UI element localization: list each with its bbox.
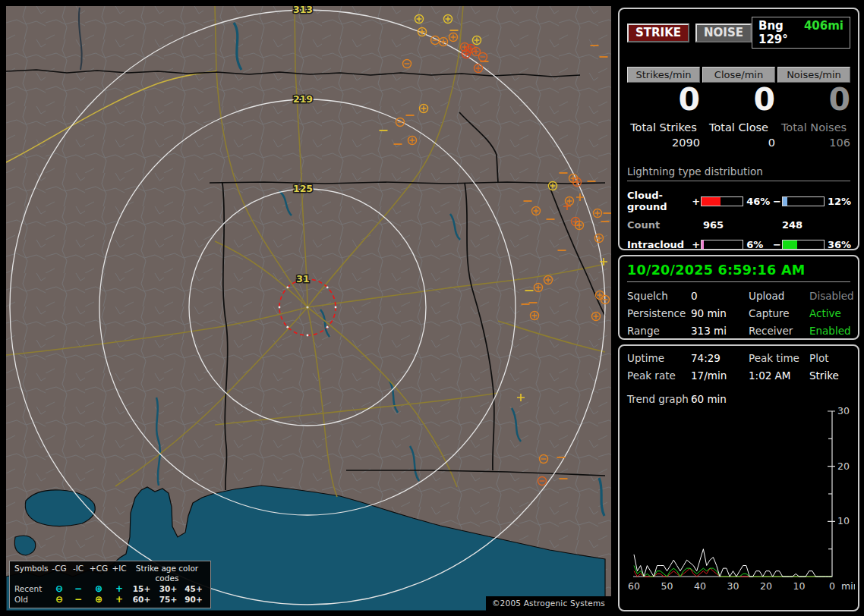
noise-button[interactable]: NOISE	[695, 24, 752, 42]
close-per-min-button[interactable]: Close/min	[702, 67, 775, 83]
peak-time-label: Peak time	[749, 352, 809, 364]
legend-header-symbols: Symbols	[14, 564, 49, 583]
noises-per-min-column: Noises/min 0 Total Noises 106	[777, 67, 850, 149]
cg-plus-count: 965	[703, 219, 782, 231]
peak-time-value: 1:02 AM	[749, 369, 809, 382]
cg-plus-bar	[701, 196, 743, 206]
circle-minus-icon: ⊖	[49, 584, 69, 594]
lightning-map[interactable]: 31321912531 Symbols -CG -IC +CG +IC Stri…	[6, 6, 611, 611]
strike-button[interactable]: STRIKE	[627, 24, 689, 42]
close-per-min-column: Close/min 0 Total Close 0	[702, 67, 775, 149]
age-code-45: 45+	[181, 584, 206, 594]
strikes-per-min-value: 0	[627, 83, 700, 116]
datetime-readout: 10/20/2025 6:59:16 AM	[627, 262, 850, 278]
uptime-value: 74:29	[691, 352, 749, 364]
plus-sign: +	[692, 239, 701, 250]
age-code-30: 30+	[155, 584, 181, 594]
svg-text:219: 219	[293, 93, 313, 105]
total-strikes-label: Total Strikes	[627, 121, 700, 134]
receiver-label: Receiver	[749, 325, 809, 337]
total-close-label: Total Close	[702, 121, 775, 134]
persistence-value: 90 min	[691, 307, 749, 319]
app-window: { "header": { "strike_label": "STRIKE", …	[0, 0, 864, 616]
legend-header-age: Strike age color codes	[128, 564, 206, 583]
divider	[627, 281, 850, 282]
total-noises-label: Total Noises	[777, 121, 850, 134]
cloud-ground-row: Cloud-ground + 46% − 12%	[627, 190, 850, 212]
strikes-per-min-button[interactable]: Strikes/min	[627, 67, 700, 83]
svg-text:10: 10	[793, 580, 806, 592]
ic-minus-percent: 36%	[828, 239, 850, 250]
capture-status: Active	[809, 307, 854, 319]
plus-sign: +	[692, 196, 701, 207]
persistence-label: Persistence	[627, 307, 691, 319]
upload-label: Upload	[749, 290, 809, 302]
plus-icon: +	[110, 584, 128, 594]
cg-minus-percent: 12%	[828, 196, 850, 207]
map-canvas: 31321912531	[6, 6, 611, 611]
bearing-distance: 406mi	[804, 19, 844, 46]
age-code-15: 15+	[128, 584, 155, 594]
plot-value: Strike	[809, 369, 850, 382]
total-close-value: 0	[702, 137, 775, 149]
minus-icon: −	[69, 584, 87, 594]
circle-plus-icon: ⊕	[87, 595, 110, 605]
stats-panel: STRIKE NOISE Bng 129° 406mi Strikes/min …	[618, 8, 859, 250]
circle-plus-icon: ⊕	[87, 584, 110, 594]
bearing-label: Bng 129°	[758, 19, 792, 46]
svg-text:10: 10	[837, 515, 850, 526]
capture-label: Capture	[749, 307, 809, 319]
noises-per-min-value: 0	[777, 83, 850, 116]
svg-text:60: 60	[628, 580, 640, 592]
squelch-label: Squelch	[627, 290, 691, 302]
strikes-per-min-column: Strikes/min 0 Total Strikes 2090	[627, 67, 700, 149]
session-panel: Uptime 74:29 Peak time Plot Peak rate 17…	[618, 344, 859, 611]
legend-header-pic: +IC	[110, 564, 128, 583]
minus-icon: −	[69, 595, 87, 605]
intracloud-row: Intracloud + 6% − 36%	[627, 239, 850, 250]
cloud-ground-count-row: Count 965 248	[627, 219, 850, 231]
legend-header-pcg: +CG	[87, 564, 110, 583]
receiver-status: Enabled	[809, 325, 854, 337]
intracloud-label: Intracloud	[627, 239, 692, 250]
minus-sign: −	[773, 239, 782, 250]
plus-icon: +	[110, 595, 128, 605]
status-panel: 10/20/2025 6:59:16 AM Squelch 0 Upload D…	[618, 255, 859, 340]
legend-row-old-label: Old	[14, 595, 49, 605]
close-per-min-value: 0	[702, 83, 775, 116]
svg-text:20: 20	[837, 460, 850, 472]
copyright-text: ©2005 Astrogenic Systems	[486, 596, 611, 611]
legend-header-nic: -IC	[69, 564, 87, 583]
cg-minus-count: 248	[782, 219, 803, 231]
svg-text:313: 313	[293, 6, 313, 15]
svg-text:40: 40	[694, 580, 706, 592]
peak-rate-label: Peak rate	[627, 369, 691, 382]
peak-rate-value: 17/min	[691, 369, 749, 382]
distribution-title: Lightning type distribution	[627, 165, 850, 181]
minus-sign: −	[773, 196, 782, 207]
ic-plus-bar	[701, 240, 743, 250]
trend-graph-label: Trend graph	[627, 393, 691, 405]
bearing-readout: Bng 129° 406mi	[752, 17, 850, 49]
age-code-90: 90+	[181, 595, 206, 605]
ic-plus-percent: 6%	[746, 239, 773, 250]
svg-text:30: 30	[837, 407, 850, 416]
svg-text:20: 20	[760, 580, 772, 592]
svg-text:0: 0	[829, 580, 835, 592]
trend-graph-chart: 1020306050403020100min	[627, 407, 855, 605]
cloud-ground-label: Cloud-ground	[627, 190, 692, 212]
svg-text:min: min	[841, 580, 855, 592]
svg-text:31: 31	[296, 273, 309, 284]
squelch-value: 0	[691, 290, 749, 302]
plot-label: Plot	[809, 352, 850, 364]
svg-text:125: 125	[293, 183, 313, 194]
age-code-60: 60+	[128, 595, 155, 605]
total-noises-value: 106	[777, 137, 850, 149]
legend-row-recent-label: Recent	[14, 584, 49, 594]
upload-status: Disabled	[809, 290, 854, 302]
svg-text:30: 30	[727, 580, 739, 592]
noises-per-min-button[interactable]: Noises/min	[777, 67, 850, 83]
range-value: 313 mi	[691, 325, 749, 337]
total-strikes-value: 2090	[627, 137, 700, 149]
uptime-label: Uptime	[627, 352, 691, 364]
